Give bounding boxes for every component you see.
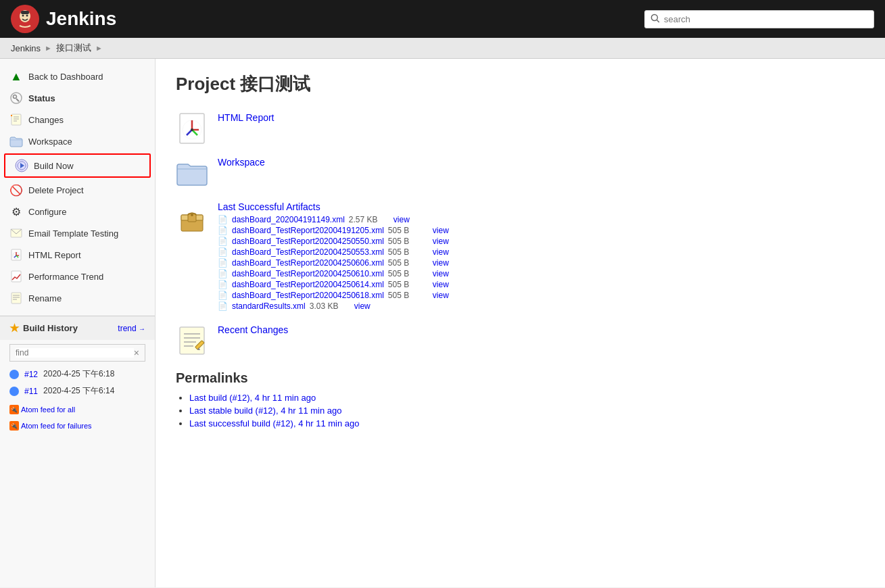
sidebar-item-configure[interactable]: ⚙ Configure	[0, 201, 155, 222]
html-report-artifact-icon	[176, 112, 208, 145]
file-size-2: 505 B	[388, 237, 429, 246]
file-link-2[interactable]: dashBoard_TestReport202004250550.xml	[232, 237, 384, 246]
permalink-item-0: Last build (#12), 4 hr 11 min ago	[189, 393, 865, 403]
permalink-link-1[interactable]: Last stable build (#12), 4 hr 11 min ago	[189, 406, 341, 416]
build-now-wrapper: Build Now	[4, 153, 151, 178]
file-view-0[interactable]: view	[393, 215, 410, 224]
status-icon	[9, 91, 23, 105]
sidebar-item-build-now[interactable]: Build Now	[5, 155, 149, 176]
atom-failures-icon: 🔌	[9, 421, 19, 431]
file-link-5[interactable]: dashBoard_TestReport202004250610.xml	[232, 269, 384, 278]
build-item-11: #11 2020-4-25 下午6:14	[0, 383, 155, 399]
file-link-4[interactable]: dashBoard_TestReport202004250606.xml	[232, 258, 384, 268]
build-date-11: 2020-4-25 下午6:14	[43, 385, 114, 397]
atom-feeds: 🔌 Atom feed for all 🔌 Atom feed for fail…	[0, 399, 155, 436]
artifact-workspace: Workspace	[176, 157, 865, 189]
header-logo: Jenkins	[11, 5, 116, 33]
svg-point-5	[652, 14, 658, 20]
svg-point-2	[22, 15, 24, 17]
sidebar-item-back-to-dashboard[interactable]: ▲ Back to Dashboard	[0, 66, 155, 87]
content-area: Project 接口测试 HTML Report	[156, 59, 885, 587]
svg-line-6	[657, 20, 660, 22]
file-view-4[interactable]: view	[433, 258, 449, 268]
file-link-3[interactable]: dashBoard_TestReport202004250553.xml	[232, 247, 384, 257]
jenkins-logo-icon	[11, 5, 39, 33]
gear-icon: ⚙	[9, 205, 23, 218]
file-size-4: 505 B	[388, 258, 429, 268]
build-find-clear[interactable]: ×	[134, 347, 139, 358]
breadcrumb-jenkins[interactable]: Jenkins	[11, 43, 41, 53]
file-size-7: 505 B	[388, 291, 429, 300]
html-report-icon	[9, 248, 23, 262]
search-input[interactable]	[664, 14, 868, 24]
last-successful-title: Last Successful Artifacts	[218, 201, 449, 212]
artifact-file-row: 📄 dashBoard_202004191149.xml 2.57 KB vie…	[218, 215, 449, 224]
artifact-file-row: 📄 dashBoard_TestReport202004250618.xml 5…	[218, 291, 449, 300]
svg-point-8	[14, 95, 17, 99]
sidebar-label-email: Email Template Testing	[28, 228, 118, 239]
file-icon-4: 📄	[218, 258, 228, 268]
sidebar-item-email-template[interactable]: Email Template Testing	[0, 222, 155, 244]
file-size-6: 505 B	[388, 280, 429, 289]
sidebar-item-changes[interactable]: Changes	[0, 109, 155, 130]
sidebar-item-performance-trend[interactable]: Performance Trend	[0, 266, 155, 287]
build-item-12: #12 2020-4-25 下午6:18	[0, 366, 155, 383]
artifact-file-row: 📄 standardResults.xml 3.03 KB view	[218, 301, 449, 311]
sidebar-label-rename: Rename	[28, 293, 62, 303]
permalinks-title: Permalinks	[176, 370, 865, 386]
sidebar-item-html-report[interactable]: HTML Report	[0, 244, 155, 266]
file-view-6[interactable]: view	[433, 280, 449, 289]
permalinks-list: Last build (#12), 4 hr 11 min ago Last s…	[176, 393, 865, 428]
trend-link[interactable]: trend →	[118, 324, 145, 333]
svg-rect-32	[180, 327, 204, 354]
file-view-2[interactable]: view	[433, 237, 449, 246]
main-layout: ▲ Back to Dashboard Status	[0, 59, 885, 587]
build-link-11[interactable]: #11	[24, 387, 38, 396]
file-link-7[interactable]: dashBoard_TestReport202004250618.xml	[232, 291, 384, 300]
build-find-container: ×	[9, 344, 145, 362]
permalink-link-0[interactable]: Last build (#12), 4 hr 11 min ago	[189, 393, 316, 403]
sidebar-item-status[interactable]: Status	[0, 87, 155, 109]
artifact-recent-changes: Recent Changes	[176, 324, 865, 357]
atom-all-icon: 🔌	[9, 405, 19, 414]
file-view-7[interactable]: view	[433, 291, 449, 300]
file-size-0: 2.57 KB	[349, 215, 389, 224]
artifact-last-successful: Last Successful Artifacts 📄 dashBoard_20…	[176, 201, 865, 312]
atom-feed-failures-link[interactable]: 🔌 Atom feed for failures	[9, 421, 92, 431]
file-icon-1: 📄	[218, 226, 228, 235]
project-title: Project 接口测试	[176, 72, 865, 96]
breadcrumb-project[interactable]: 接口测试	[56, 42, 91, 54]
sidebar-item-workspace[interactable]: Workspace	[0, 130, 155, 152]
last-successful-artifacts-content: Last Successful Artifacts 📄 dashBoard_20…	[218, 201, 449, 312]
atom-feed-all-link[interactable]: 🔌 Atom feed for all	[9, 405, 75, 414]
sidebar-item-rename[interactable]: Rename	[0, 287, 155, 309]
build-link-12[interactable]: #12	[24, 370, 38, 379]
svg-line-9	[16, 99, 19, 101]
atom-feed-all-label: Atom feed for all	[21, 406, 75, 414]
file-link-0[interactable]: dashBoard_202004191149.xml	[232, 215, 345, 224]
sidebar-item-delete-project[interactable]: 🚫 Delete Project	[0, 179, 155, 201]
file-icon-8: 📄	[218, 301, 228, 311]
sidebar: ▲ Back to Dashboard Status	[0, 59, 156, 587]
build-find-input[interactable]	[16, 348, 134, 358]
file-link-1[interactable]: dashBoard_TestReport202004191205.xml	[232, 226, 384, 235]
sidebar-label-build-now: Build Now	[34, 161, 74, 171]
permalink-link-2[interactable]: Last successful build (#12), 4 hr 11 min…	[189, 418, 359, 428]
build-ball-11	[9, 387, 19, 396]
sidebar-label-back: Back to Dashboard	[28, 72, 103, 82]
file-view-1[interactable]: view	[433, 226, 449, 235]
changes-icon	[9, 113, 23, 126]
search-container	[644, 10, 874, 28]
file-view-3[interactable]: view	[433, 247, 449, 257]
file-view-5[interactable]: view	[433, 269, 449, 278]
trend-icon	[9, 270, 23, 283]
file-link-6[interactable]: dashBoard_TestReport202004250614.xml	[232, 280, 384, 289]
workspace-link: Workspace	[218, 157, 265, 168]
file-link-8[interactable]: standardResults.xml	[232, 301, 306, 311]
artifacts-icon	[176, 201, 208, 234]
file-view-8[interactable]: view	[354, 301, 370, 311]
artifact-file-row: 📄 dashBoard_TestReport202004250606.xml 5…	[218, 258, 449, 268]
workspace-artifact-content: Workspace	[218, 157, 265, 168]
svg-rect-21	[11, 293, 21, 303]
permalink-item-1: Last stable build (#12), 4 hr 11 min ago	[189, 406, 865, 416]
